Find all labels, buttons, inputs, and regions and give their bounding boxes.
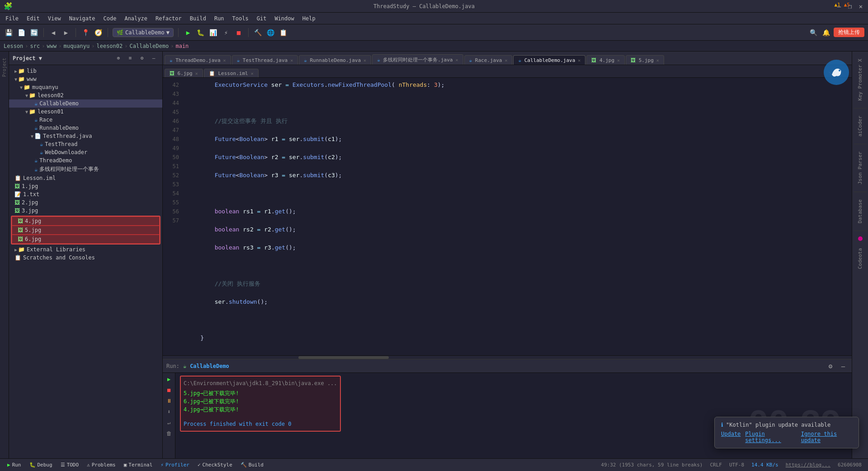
profile-button[interactable]: ⚡ [221, 28, 231, 38]
tree-item-callableDemoClass[interactable]: ☕ CallableDemo [9, 99, 162, 108]
status-checkstyle[interactable]: ✓ CheckStyle [194, 461, 236, 469]
toolbar-save[interactable]: 💾 [4, 28, 14, 38]
breadcrumb-src[interactable]: src [30, 43, 40, 49]
tree-item-6jpg[interactable]: 🖼 6.jpg [12, 235, 160, 244]
hammer-button[interactable]: 🔨 [253, 28, 263, 38]
clear-btn[interactable]: 🗑 [165, 429, 174, 438]
stop-button[interactable]: ■ [234, 28, 244, 38]
notif-ignore-btn[interactable]: Ignore this update [801, 431, 852, 443]
project-close-btn[interactable]: — [149, 53, 159, 63]
tab-close-5jpg[interactable]: ✕ [656, 58, 659, 63]
project-settings-btn[interactable]: ⚙ [137, 53, 147, 63]
tab-6jpg[interactable]: 🖼 6.jpg ✕ [165, 69, 203, 77]
tab-multithread[interactable]: ☕ 多线程同时处理一个事务.java ✕ [372, 54, 463, 65]
project-tab[interactable]: Project [1, 55, 8, 80]
status-run[interactable]: ▶ Run [4, 461, 25, 469]
menu-navigate[interactable]: Navigate [66, 14, 99, 23]
menu-window[interactable]: Window [271, 14, 297, 23]
resume-btn[interactable]: ⏸ [165, 396, 174, 405]
tab-close-threadDemo[interactable]: ✕ [223, 58, 226, 63]
tab-close-runnableDemo[interactable]: ✕ [363, 58, 366, 63]
debug-button[interactable]: 🐛 [196, 28, 206, 38]
horizontal-scrollbar[interactable] [163, 355, 852, 359]
close-button[interactable]: ✕ [857, 3, 864, 10]
right-tab-aicoder[interactable]: aiCoder [855, 112, 865, 140]
tree-item-leeson01[interactable]: ▼ 📁 leeson01 [9, 108, 162, 116]
macro-button[interactable]: 📋 [278, 28, 288, 38]
toolbar-nav2[interactable]: 🧭 [93, 28, 103, 38]
notification-icon[interactable]: 🔔 [821, 28, 831, 38]
tree-item-3jpg[interactable]: 🖼 3.jpg [9, 207, 162, 215]
tree-item-leeson02[interactable]: ▼ 📁 leeson02 [9, 91, 162, 99]
breadcrumb-leeson02[interactable]: leeson02 [96, 43, 123, 49]
tree-item-4jpg[interactable]: 🖼 4.jpg [12, 217, 160, 226]
menu-code[interactable]: Code [100, 14, 120, 23]
menu-run[interactable]: Run [211, 14, 228, 23]
menu-help[interactable]: Help [299, 14, 319, 23]
notif-settings-btn[interactable]: Plugin settings... [745, 431, 796, 443]
breadcrumb-main[interactable]: main [175, 43, 189, 49]
tree-item-external-libs[interactable]: ▶ 📁 External Libraries [9, 245, 162, 254]
toolbar-refresh[interactable]: 🔄 [29, 28, 39, 38]
tab-close-multithread[interactable]: ✕ [456, 57, 458, 62]
right-tab-database[interactable]: Database [855, 196, 865, 227]
menu-analyze[interactable]: Analyze [121, 14, 151, 23]
tab-threadDemo[interactable]: ☕ ThreadDemo.java ✕ [165, 55, 231, 65]
tab-testThread[interactable]: ☕ TestThread.java ✕ [232, 55, 298, 65]
editor-content[interactable]: 42 43 44 45 46 47 48 49 50 51 52 53 54 5… [163, 78, 852, 355]
stop-btn[interactable]: ■ [165, 386, 174, 395]
project-locate-btn[interactable]: ⊕ [113, 53, 123, 63]
toolbar-locate[interactable]: 📍 [80, 28, 90, 38]
run-button[interactable]: ▶ [183, 28, 193, 38]
menu-build[interactable]: Build [186, 14, 210, 23]
rerun-btn[interactable]: ▶ [165, 375, 174, 384]
tab-race[interactable]: ☕ Race.java ✕ [464, 55, 513, 65]
tab-5jpg[interactable]: 🖼 5.jpg ✕ [626, 55, 664, 65]
toolbar-back[interactable]: ◀ [48, 28, 58, 38]
tree-item-testthreadFile[interactable]: ▼ 📄 TestThread.java [9, 132, 162, 140]
scroll-end-btn[interactable]: ⬇ [165, 407, 174, 416]
menu-tools[interactable]: Tools [229, 14, 252, 23]
tree-item-testthread[interactable]: ☕ TestThread [9, 140, 162, 148]
tab-close-lessonIml[interactable]: ✕ [251, 71, 254, 76]
tree-item-5jpg[interactable]: 🖼 5.jpg [12, 226, 160, 235]
menu-refactor[interactable]: Refactor [152, 14, 185, 23]
tree-item-scratches[interactable]: 📋 Scratches and Consoles [9, 254, 162, 262]
run-close-btn[interactable]: — [838, 361, 848, 371]
wrap-btn[interactable]: ↵ [165, 418, 174, 427]
tab-runnableDemo[interactable]: ☕ RunnableDemo.java ✕ [299, 55, 371, 65]
tab-close-callableDemo[interactable]: ✕ [578, 58, 580, 63]
tree-item-1txt[interactable]: 📝 1.txt [9, 190, 162, 198]
status-problems[interactable]: ⚠ Problems [83, 461, 119, 469]
tab-close-testThread[interactable]: ✕ [290, 58, 293, 63]
project-collapse-btn[interactable]: ≡ [125, 53, 135, 63]
run-settings-btn[interactable]: ⚙ [826, 361, 835, 371]
tree-item-lessonIml[interactable]: 📋 Lesson.iml [9, 174, 162, 182]
status-todo[interactable]: ☰ TODO [57, 461, 83, 469]
branch-selector[interactable]: 🌿 CallableDemo ▼ [113, 28, 174, 37]
tab-lessonIml[interactable]: 📋 Lesson.iml ✕ [204, 69, 259, 77]
tree-item-1jpg[interactable]: 🖼 1.jpg [9, 182, 162, 190]
coverage-button[interactable]: 📊 [208, 28, 218, 38]
menu-view[interactable]: View [44, 14, 65, 23]
toolbar-forward[interactable]: ▶ [61, 28, 71, 38]
tree-item-race[interactable]: ☕ Race [9, 116, 162, 124]
tab-callableDemo[interactable]: ☕ CallableDemo.java ✕ [513, 55, 585, 65]
tree-item-runnableDemo[interactable]: ☕ RunnableDemo [9, 124, 162, 132]
menu-file[interactable]: File [2, 14, 22, 23]
tab-close-6jpg[interactable]: ✕ [195, 71, 198, 76]
status-debug[interactable]: 🐛 Debug [26, 461, 56, 469]
tree-item-2jpg[interactable]: 🖼 2.jpg [9, 198, 162, 207]
right-tab-keypromoter[interactable]: Key Promoter X [855, 55, 865, 104]
tree-item-multithread[interactable]: ☕ 多线程同时处理一个事务 [9, 165, 162, 174]
right-tab-codeota[interactable]: Codeota [855, 245, 865, 273]
tab-close-race[interactable]: ✕ [505, 58, 507, 63]
tree-item-lib[interactable]: ▶ 📁 lib [9, 67, 162, 75]
menu-edit[interactable]: Edit [23, 14, 43, 23]
tab-close-4jpg[interactable]: ✕ [617, 58, 620, 63]
tree-item-www[interactable]: ▼ 📁 www [9, 75, 162, 83]
status-terminal[interactable]: ▣ Terminal [120, 461, 156, 469]
breadcrumb-lesson[interactable]: Lesson [4, 43, 23, 49]
breadcrumb-www[interactable]: www [47, 43, 57, 49]
status-build[interactable]: 🔨 Build [237, 461, 267, 469]
